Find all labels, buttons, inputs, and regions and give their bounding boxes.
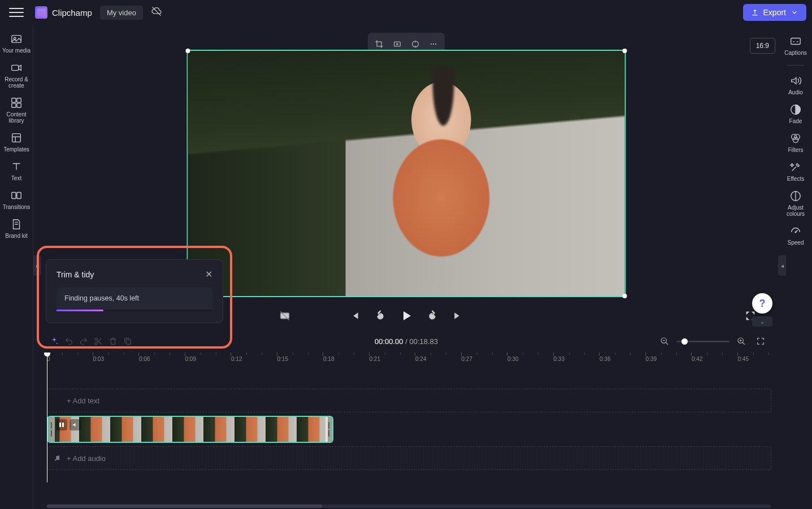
delete-button[interactable] bbox=[106, 334, 120, 349]
sync-off-icon[interactable] bbox=[151, 6, 162, 19]
ruler-tick: 0:45 bbox=[738, 356, 749, 362]
nav-speed[interactable]: Speed bbox=[779, 225, 812, 246]
main-area: ▸ ◂ 16:9 ? ⌄ 00:00.00 / 0 bbox=[33, 25, 779, 509]
duplicate-button[interactable] bbox=[120, 334, 135, 349]
menu-icon[interactable] bbox=[9, 5, 24, 20]
zoom-slider[interactable] bbox=[676, 341, 730, 342]
clip-left-handle[interactable] bbox=[48, 417, 55, 442]
timeline-scrollbar[interactable] bbox=[47, 504, 771, 508]
nav-your-media[interactable]: Your media bbox=[0, 33, 33, 54]
nav-text[interactable]: Text bbox=[0, 160, 33, 181]
svg-point-19 bbox=[795, 232, 796, 233]
nav-audio[interactable]: Audio bbox=[779, 75, 812, 95]
nav-record-create[interactable]: Record & create bbox=[0, 62, 33, 89]
nav-effects[interactable]: Effects bbox=[779, 161, 812, 182]
skip-end-button[interactable] bbox=[451, 308, 466, 323]
svg-rect-40 bbox=[62, 423, 64, 427]
ruler-tick: 0:36 bbox=[600, 356, 610, 362]
nav-brand-kit[interactable]: Brand kit bbox=[0, 218, 33, 239]
progress-bar bbox=[57, 310, 103, 311]
help-button[interactable]: ? bbox=[752, 293, 772, 314]
preview-canvas[interactable] bbox=[187, 50, 626, 297]
zoom-fit-button[interactable] bbox=[753, 334, 768, 349]
nav-filters[interactable]: Filters bbox=[779, 132, 812, 153]
svg-point-25 bbox=[435, 43, 436, 45]
brand: Clipchamp bbox=[35, 6, 92, 19]
playhead[interactable] bbox=[47, 353, 47, 482]
svg-point-41 bbox=[55, 459, 56, 460]
play-button[interactable] bbox=[399, 308, 414, 323]
add-audio-track[interactable]: + Add audio bbox=[47, 446, 771, 470]
panel-collapse-right[interactable]: ◂ bbox=[778, 255, 786, 276]
svg-rect-3 bbox=[12, 65, 19, 70]
clip-audio-icon[interactable] bbox=[70, 419, 81, 430]
timeline[interactable]: 00:030:060:090:120:150:180:210:240:270:3… bbox=[33, 353, 779, 509]
nav-fade[interactable]: Fade bbox=[779, 103, 812, 124]
svg-point-21 bbox=[397, 43, 398, 45]
popup-title: Trim & tidy bbox=[57, 270, 94, 279]
zoom-thumb[interactable] bbox=[681, 338, 688, 345]
ruler-tick: 0:09 bbox=[185, 356, 196, 362]
zoom-out-button[interactable] bbox=[657, 334, 672, 349]
ruler-tick: 0:30 bbox=[507, 356, 518, 362]
time-ruler[interactable]: 00:030:060:090:120:150:180:210:240:270:3… bbox=[33, 353, 779, 369]
forward-5-button[interactable] bbox=[425, 308, 440, 323]
undo-button[interactable] bbox=[62, 334, 76, 349]
svg-rect-39 bbox=[59, 423, 61, 427]
svg-point-17 bbox=[793, 137, 798, 142]
current-time: 00:00.00 bbox=[375, 337, 403, 346]
export-button[interactable]: Export bbox=[743, 4, 806, 21]
svg-rect-7 bbox=[17, 103, 21, 107]
nav-transitions[interactable]: Transitions bbox=[0, 189, 33, 210]
zoom-in-button[interactable] bbox=[734, 334, 749, 349]
ruler-tick: 0:24 bbox=[415, 356, 426, 362]
add-text-track[interactable]: + Add text bbox=[47, 389, 771, 412]
redo-button[interactable] bbox=[76, 334, 91, 349]
ruler-tick: 0:12 bbox=[231, 356, 242, 362]
captions-off-icon[interactable] bbox=[277, 308, 292, 323]
preview-frame bbox=[188, 51, 625, 296]
svg-rect-20 bbox=[394, 42, 401, 46]
time-display: 00:00.00 / 00:18.83 bbox=[375, 337, 438, 346]
split-button[interactable] bbox=[91, 334, 106, 349]
nav-templates[interactable]: Templates bbox=[0, 132, 33, 153]
clip-right-handle[interactable] bbox=[325, 417, 332, 442]
svg-point-24 bbox=[433, 43, 434, 45]
aspect-ratio-button[interactable]: 16:9 bbox=[750, 38, 775, 54]
svg-point-28 bbox=[57, 343, 58, 344]
svg-rect-5 bbox=[17, 98, 21, 102]
app-header: Clipchamp My video Export bbox=[0, 0, 812, 25]
clip-detach-icon[interactable] bbox=[56, 419, 67, 430]
resize-handle-br[interactable] bbox=[623, 294, 627, 298]
panel-expand-left[interactable]: ▸ bbox=[33, 255, 41, 276]
video-clip[interactable] bbox=[47, 416, 333, 443]
ruler-tick: 0:33 bbox=[554, 356, 565, 362]
skip-start-button[interactable] bbox=[347, 308, 362, 323]
collapse-preview-button[interactable]: ⌄ bbox=[752, 316, 772, 327]
ruler-tick: 0:03 bbox=[93, 356, 104, 362]
svg-rect-4 bbox=[12, 98, 16, 102]
ai-sparkle-icon[interactable] bbox=[47, 334, 62, 349]
svg-rect-31 bbox=[126, 340, 131, 344]
rewind-5-button[interactable] bbox=[373, 308, 388, 323]
ruler-tick: 0:21 bbox=[370, 356, 380, 362]
ruler-tick: 0:18 bbox=[323, 356, 334, 362]
scrollbar-thumb[interactable] bbox=[47, 504, 322, 508]
nav-content-library[interactable]: Content library bbox=[0, 97, 33, 124]
nav-adjust-colours[interactable]: Adjust colours bbox=[779, 190, 812, 217]
project-title-button[interactable]: My video bbox=[100, 6, 143, 20]
svg-rect-12 bbox=[17, 193, 21, 199]
svg-point-23 bbox=[431, 43, 432, 45]
resize-handle-tl[interactable] bbox=[186, 49, 190, 53]
close-icon[interactable]: ✕ bbox=[205, 269, 212, 280]
video-track[interactable] bbox=[47, 416, 771, 443]
resize-handle-tr[interactable] bbox=[623, 49, 627, 53]
nav-captions[interactable]: Captions bbox=[779, 35, 812, 56]
svg-rect-11 bbox=[12, 193, 16, 199]
tracks: + Add text + Add audio bbox=[33, 369, 779, 470]
zoom-controls bbox=[657, 334, 768, 349]
left-sidebar: Your media Record & create Content libra… bbox=[0, 25, 33, 509]
brand-logo-icon bbox=[35, 6, 47, 19]
svg-rect-8 bbox=[12, 134, 21, 142]
export-label: Export bbox=[763, 8, 786, 17]
